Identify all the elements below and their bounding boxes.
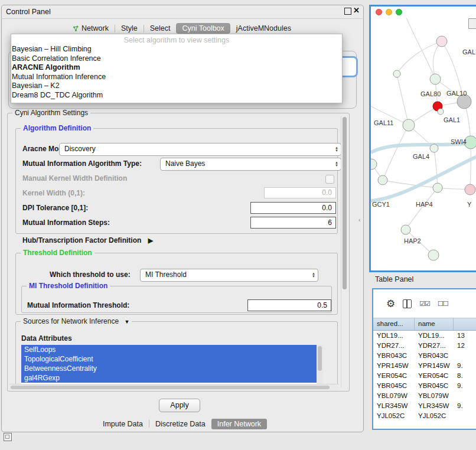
table-cell[interactable]: YJL052C: [415, 411, 454, 421]
network-node[interactable]: [401, 225, 410, 234]
table-row[interactable]: YBL079W YBL079W: [373, 391, 476, 401]
attribute-item-selected[interactable]: SelfLoops: [21, 345, 323, 354]
table-cell[interactable]: [454, 351, 476, 361]
dpi-tolerance-field[interactable]: 0.0: [250, 202, 336, 214]
table-cell[interactable]: 8.: [454, 371, 476, 381]
table-cell[interactable]: YBR043C: [415, 351, 454, 361]
attribute-item-selected[interactable]: TopologicalCoefficient: [21, 354, 323, 364]
network-node[interactable]: [430, 144, 438, 152]
table-row[interactable]: YBR045C YBR045C 9.: [373, 381, 476, 391]
table-cell[interactable]: YBR043C: [373, 351, 415, 361]
network-node[interactable]: [403, 119, 415, 131]
table-cell[interactable]: YPR145W: [373, 361, 415, 371]
network-node[interactable]: [438, 109, 444, 115]
panel-resize-handle[interactable]: ‹: [358, 216, 361, 223]
table-cell[interactable]: YPR145W: [415, 361, 454, 371]
tab-network[interactable]: Network: [67, 23, 115, 34]
table-cell[interactable]: YLR345W: [415, 401, 454, 411]
table-cell[interactable]: YLR345W: [373, 401, 415, 411]
columns-icon[interactable]: [403, 299, 412, 308]
table-cell[interactable]: 9.: [454, 401, 476, 411]
network-node[interactable]: [378, 175, 387, 185]
network-node[interactable]: [371, 159, 377, 169]
table-cell[interactable]: YDL19...: [415, 331, 454, 341]
table-cell[interactable]: 13: [454, 331, 476, 341]
control-panel-titlebar[interactable]: [1, 5, 363, 19]
settings-vertical-scrollbar[interactable]: [341, 116, 348, 387]
network-node[interactable]: [436, 36, 447, 47]
close-traffic-light[interactable]: [376, 9, 382, 15]
dock-panel-icon[interactable]: [4, 433, 12, 441]
minimize-traffic-light[interactable]: [386, 9, 392, 15]
float-window-icon[interactable]: [344, 8, 351, 15]
table-row[interactable]: YDR27... YDR27... 12: [373, 341, 476, 351]
network-graph[interactable]: GAL7 GAL80 GAL10 GAL11 GAL1 SWI4 GAL4 GC…: [371, 18, 476, 267]
table-cell[interactable]: YJL052C: [373, 411, 415, 421]
table-cell[interactable]: 9.: [454, 361, 476, 371]
gear-icon[interactable]: ⚙: [386, 298, 395, 310]
tab-select[interactable]: Select: [144, 23, 177, 34]
table-cell[interactable]: [454, 411, 476, 421]
tab-impute-data[interactable]: Impute Data: [97, 419, 149, 429]
collapse-arrow-icon[interactable]: ▼: [124, 319, 129, 325]
table-cell[interactable]: YDR27...: [415, 341, 454, 351]
table-row[interactable]: YPR145W YPR145W 9.: [373, 361, 476, 371]
mi-threshold-field[interactable]: 0.5: [247, 299, 331, 311]
sources-group-title[interactable]: Sources for Network Inference ▼: [21, 317, 132, 325]
network-node[interactable]: [393, 70, 400, 77]
hub-definition-toggle[interactable]: Hub/Transcription Factor Definition ▶: [22, 236, 153, 244]
attribute-item-selected[interactable]: BetweennessCentrality: [21, 364, 323, 373]
algorithm-option[interactable]: Bayesian – Hill Climbing: [11, 45, 342, 54]
network-node[interactable]: [428, 250, 439, 260]
table-cell[interactable]: YER054C: [415, 371, 454, 381]
hide-columns-icon[interactable]: ☐☐: [438, 300, 448, 308]
tab-discretize-data[interactable]: Discretize Data: [149, 419, 211, 429]
algorithm-option-selected[interactable]: ARACNE Algorithm: [11, 63, 342, 73]
table-cell[interactable]: YBR045C: [415, 381, 454, 391]
table-cell[interactable]: YER054C: [373, 371, 415, 381]
aracne-mode-combo[interactable]: Discovery ▲▼: [59, 143, 341, 156]
attribute-scroll-thumb[interactable]: [318, 346, 322, 371]
table-cell[interactable]: 12: [454, 341, 476, 351]
table-row[interactable]: YJL052C YJL052C: [373, 411, 476, 421]
algorithm-option[interactable]: Bayesian – K2: [11, 81, 342, 91]
algorithm-option[interactable]: Basic Correlation Inference: [11, 54, 342, 64]
table-cell[interactable]: YDL19...: [373, 331, 415, 341]
tab-style[interactable]: Style: [115, 23, 144, 34]
table-cell[interactable]: YBR045C: [373, 381, 415, 391]
network-node[interactable]: [465, 184, 475, 195]
attribute-list-scrollbar[interactable]: [317, 345, 323, 384]
table-cell[interactable]: 9.: [454, 381, 476, 391]
network-node[interactable]: [430, 74, 441, 84]
network-node[interactable]: [433, 183, 442, 193]
algorithm-option[interactable]: Mutual Information Inference: [11, 73, 342, 82]
table-header: shared... name: [373, 318, 476, 331]
table-cell[interactable]: YDR27...: [373, 341, 415, 351]
column-header-extra[interactable]: [454, 318, 476, 330]
mi-steps-field[interactable]: 6: [250, 217, 336, 229]
which-threshold-combo[interactable]: MI Threshold ▲▼: [140, 269, 318, 282]
close-icon[interactable]: ✕: [353, 6, 360, 15]
table-row[interactable]: YER054C YER054C 8.: [373, 371, 476, 381]
attribute-item-selected[interactable]: gal4RGexp: [21, 373, 323, 383]
column-header-name[interactable]: name: [415, 318, 454, 330]
table-row[interactable]: YBR043C YBR043C: [373, 351, 476, 361]
column-header-shared-name[interactable]: shared...: [373, 318, 415, 330]
tab-infer-network[interactable]: Infer Network: [211, 419, 267, 429]
settings-scroll-thumb[interactable]: [343, 117, 347, 289]
table-cell[interactable]: [454, 391, 476, 401]
settings-hscroll-thumb[interactable]: [11, 386, 330, 389]
table-row[interactable]: YLR345W YLR345W 9.: [373, 401, 476, 411]
table-cell[interactable]: YBL079W: [415, 391, 454, 401]
tab-cyni-toolbox[interactable]: Cyni Toolbox: [176, 23, 230, 34]
settings-horizontal-scrollbar[interactable]: [9, 384, 339, 390]
apply-button[interactable]: Apply: [159, 399, 200, 412]
table-row[interactable]: YDL19... YDL19... 13: [373, 331, 476, 341]
algorithm-option[interactable]: Dream8 DC_TDC Algorithm: [11, 91, 342, 100]
expand-arrow-icon[interactable]: ▶: [148, 237, 153, 244]
zoom-traffic-light[interactable]: [396, 9, 402, 15]
table-cell[interactable]: YBL079W: [373, 391, 415, 401]
select-columns-icon[interactable]: ☑☑: [419, 300, 430, 308]
mi-type-combo[interactable]: Naive Bayes ▲▼: [160, 158, 341, 171]
tab-jactivemnodules[interactable]: jActiveMNodules: [230, 23, 297, 34]
